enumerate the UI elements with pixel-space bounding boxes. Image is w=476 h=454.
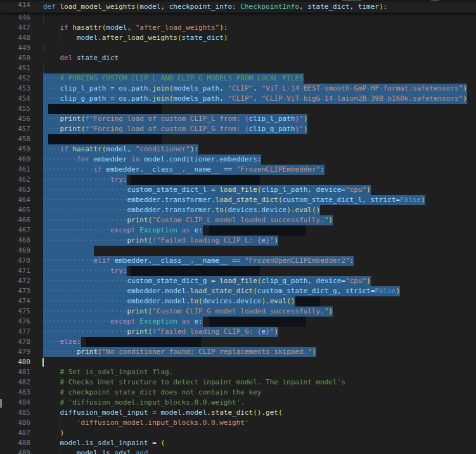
code-line[interactable]: 465····················embedder.transfor…	[0, 205, 476, 215]
sticky-scroll-header[interactable]: 414def load_model_weights(model, checkpo…	[0, 0, 476, 13]
code-line[interactable]: 466····················print("Custom CLI…	[0, 215, 476, 225]
code-line[interactable]: 457····print(f"Forcing load of custom CL…	[0, 124, 476, 134]
line-number[interactable]: 449	[0, 43, 30, 53]
line-number[interactable]: 470	[0, 256, 30, 266]
code-line[interactable]: 482 # Checks Unet structure to detect in…	[0, 377, 476, 388]
line-number[interactable]: 458	[0, 134, 30, 144]
code-token: to	[190, 297, 198, 305]
code-line[interactable]: 473····················embedder.model.lo…	[0, 286, 476, 296]
code-line[interactable]: 453····clip_l_path = os.path.join(models…	[0, 84, 476, 94]
line-number[interactable]: 462	[0, 175, 30, 185]
code-line[interactable]: 472····················custom_state_dict…	[0, 276, 476, 286]
line-number[interactable]: 478	[0, 337, 30, 347]
line-number[interactable]: 471	[0, 266, 30, 276]
line-number[interactable]: 473	[0, 286, 30, 296]
code-line[interactable]: 464····················embedder.transfor…	[0, 195, 476, 205]
code-line[interactable]: 479········print("No conditioner found; …	[0, 347, 476, 357]
code-token: ()	[286, 297, 295, 305]
code-line[interactable]: 475····················print("Custom CLI…	[0, 306, 476, 317]
code-line[interactable]: 458	[0, 134, 476, 144]
code-line[interactable]: 470············elif embedder.__class__._…	[0, 256, 476, 266]
line-number[interactable]: 475	[0, 306, 30, 317]
line-number[interactable]: 488	[0, 438, 30, 448]
code-line[interactable]: 459····if hasattr(model, "conditioner"):	[0, 144, 476, 154]
indent-whitespace	[43, 34, 77, 42]
line-number[interactable]: 476	[0, 317, 30, 327]
code-line[interactable]: 488 model.is_sdxl_inpaint = (	[0, 438, 476, 448]
line-number[interactable]: 465	[0, 205, 30, 215]
code-line[interactable]: 489 model.is_sdxl and	[0, 448, 476, 454]
line-number[interactable]: 450	[0, 53, 30, 63]
code-line[interactable]: 461············if embedder.__class__.__n…	[0, 165, 476, 175]
line-number[interactable]: 464	[0, 195, 30, 205]
line-number[interactable]: 457	[0, 124, 30, 134]
code-line[interactable]: 447 if hasattr(model, "after_load_weight…	[0, 23, 476, 33]
code-line[interactable]: 451	[0, 63, 476, 73]
line-number[interactable]: 451	[0, 63, 30, 73]
line-number[interactable]: 477	[0, 327, 30, 337]
code-line[interactable]: 449	[0, 43, 476, 53]
line-number[interactable]: 487	[0, 428, 30, 438]
code-line[interactable]: 486 'diffusion_model.input_blocks.0.0.we…	[0, 418, 476, 428]
code-token: clip_g_path	[261, 277, 307, 285]
code-line[interactable]: 455	[0, 104, 476, 114]
sticky-line[interactable]: 414def load_model_weights(model, checkpo…	[0, 0, 476, 14]
code-line[interactable]: 454····clip_g_path = os.path.join(models…	[0, 94, 476, 104]
line-number[interactable]: 459	[0, 144, 30, 154]
line-number[interactable]: 460	[0, 154, 30, 165]
code-token: ,	[337, 287, 345, 295]
line-number[interactable]: 447	[0, 23, 30, 33]
line-number[interactable]: 481	[0, 367, 30, 377]
code-line[interactable]: 468····················print(f"Failed lo…	[0, 236, 476, 246]
code-line[interactable]: 467················except Exception as e…	[0, 225, 476, 236]
line-number[interactable]: 479	[0, 347, 30, 357]
code-line[interactable]: 456····print(f"Forcing load of custom CL…	[0, 114, 476, 124]
code-line[interactable]: 484 # 'diffusion_model.input_blocks.0.0.…	[0, 398, 476, 408]
code-token: print	[77, 348, 98, 356]
code-line[interactable]: 452····# FORCING CUSTOM CLIP_L AND CLIP_…	[0, 73, 476, 84]
line-number[interactable]: 463	[0, 185, 30, 195]
line-number[interactable]: 454	[0, 94, 30, 104]
line-number[interactable]: 466	[0, 215, 30, 225]
code-line[interactable]: 487 )	[0, 428, 476, 438]
line-number[interactable]: 474	[0, 296, 30, 306]
line-number[interactable]: 448	[0, 33, 30, 43]
code-line[interactable]: 469	[0, 246, 476, 256]
line-number[interactable]: 480	[0, 357, 30, 367]
code-line[interactable]: 460········for embedder in model.conditi…	[0, 154, 476, 165]
code-line[interactable]: 483 # checkpoint state_dict does not con…	[0, 388, 476, 398]
line-number[interactable]: 453	[0, 84, 30, 94]
line-number[interactable]: 483	[0, 388, 30, 398]
line-number[interactable]: 482	[0, 377, 30, 388]
line-number[interactable]: 446	[0, 13, 30, 23]
code-line[interactable]: 485 diffusion_model_input = model.model.…	[0, 408, 476, 418]
code-token: try	[110, 175, 123, 184]
code-line[interactable]: 450 del state_dict	[0, 53, 476, 63]
code-line[interactable]: 480	[0, 357, 476, 367]
code-line[interactable]: 446	[0, 13, 476, 23]
line-number[interactable]: 455	[0, 104, 30, 114]
code-line[interactable]: 481 # Set is_sdxl_inpaint flag.	[0, 367, 476, 377]
code-line[interactable]: 477····················print(f"Failed lo…	[0, 327, 476, 337]
line-number[interactable]: 484	[0, 398, 30, 408]
line-number[interactable]: 468	[0, 236, 30, 246]
code-line[interactable]: 478····else:	[0, 337, 476, 347]
selection-trailing-pad	[43, 104, 48, 114]
line-number[interactable]: 469	[0, 246, 30, 256]
line-number[interactable]: 486	[0, 418, 30, 428]
line-number[interactable]: 485	[0, 408, 30, 418]
code-line[interactable]: 471················try:	[0, 266, 476, 276]
code-line[interactable]: 474····················embedder.model.to…	[0, 296, 476, 306]
line-number[interactable]: 472	[0, 276, 30, 286]
line-number[interactable]: 456	[0, 114, 30, 124]
code-line[interactable]: 476················except Exception as e…	[0, 317, 476, 327]
line-number[interactable]: 452	[0, 73, 30, 84]
code-line[interactable]: 448 model.after_load_weights(state_dict)	[0, 33, 476, 43]
line-number[interactable]: 467	[0, 225, 30, 236]
code-line[interactable]: 462················try:	[0, 175, 476, 185]
line-number[interactable]: 489	[0, 448, 30, 454]
code-token: .	[139, 165, 144, 173]
code-line[interactable]: 463····················custom_state_dict…	[0, 185, 476, 195]
line-number[interactable]: 461	[0, 165, 30, 175]
code-token: hasattr	[72, 23, 101, 32]
